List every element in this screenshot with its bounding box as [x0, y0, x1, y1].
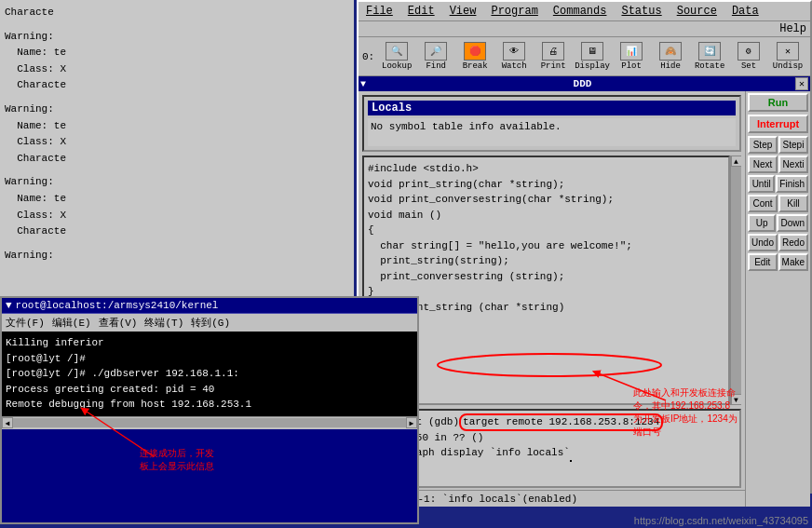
find-icon: 🔎 — [425, 42, 447, 61]
bg-warning-3: Warning: — [5, 174, 349, 191]
bg-warning-3-char: Characte — [5, 223, 349, 240]
code-line-5: { — [368, 223, 724, 238]
print-button[interactable]: 🖨 Print — [535, 40, 572, 73]
ddd-close-button[interactable]: ✕ — [795, 77, 808, 90]
source-scrollbar[interactable]: ▲ ▼ — [730, 156, 741, 405]
locals-content: No symbol table info available. — [368, 118, 736, 146]
bg-line: Characte — [5, 5, 349, 21]
code-line-8: print_conversestring (string); — [368, 269, 724, 285]
ddd-window: File Edit View Program Commands Status S… — [357, 0, 812, 494]
code-line-3: void print_conversestring(char *string); — [368, 192, 724, 208]
terminal-menu-terminal[interactable]: 终端(T) — [144, 316, 183, 330]
stepi-button[interactable]: Stepi — [778, 136, 808, 154]
terminal-line-5: Remote debugging from host 192.168.253.1 — [6, 397, 413, 413]
terminal-window: ▼ root@localhost:/armsys2410/kernel 文件(F… — [0, 296, 419, 524]
terminal-line-2: [root@lyt /]# — [6, 351, 413, 367]
display-button[interactable]: 🖥 Display — [574, 40, 611, 73]
lookup-icon: 🔍 — [386, 42, 408, 61]
code-line-11: { — [368, 315, 724, 331]
lookup-button[interactable]: 🔍 Lookup — [378, 40, 415, 73]
undisp-button[interactable]: ✕ Undisp — [769, 40, 806, 73]
menu-status[interactable]: Status — [617, 4, 665, 19]
locals-panel: Locals No symbol table info available. — [362, 95, 741, 152]
bg-warning-1-name: Name: te — [5, 45, 349, 61]
undo-redo-row: Undo Redo — [748, 234, 808, 251]
up-button[interactable]: Up — [748, 214, 776, 232]
menu-source[interactable]: Source — [673, 4, 721, 19]
scroll-left-button[interactable]: ◀ — [2, 417, 13, 428]
undo-button[interactable]: Undo — [748, 234, 778, 251]
bg-warning-2-name: Name: te — [5, 118, 349, 135]
annotation-connect: 连接成功后，开发 板上会显示此信息 — [140, 447, 214, 473]
code-line-1: #include <stdio.h> — [368, 161, 724, 177]
bg-warning-2-char: Characte — [5, 151, 349, 168]
terminal-menu-edit[interactable]: 编辑(E) — [52, 316, 91, 330]
rotate-label: Rotate — [695, 61, 724, 71]
run-button[interactable]: Run — [748, 93, 808, 112]
bg-warning-4: Warning: — [5, 248, 349, 264]
ddd-arrow-icon: ▼ — [360, 79, 366, 89]
display-icon: 🖥 — [581, 42, 603, 61]
edit-button[interactable]: Edit — [748, 253, 778, 271]
terminal-menu: 文件(F) 编辑(E) 查看(V) 终端(T) 转到(G) — [2, 314, 417, 332]
terminal-hscrollbar[interactable]: ◀ ▶ — [2, 416, 417, 429]
cmd-line-3: (gdb) graph display `info locals` — [367, 446, 737, 462]
redo-button[interactable]: Redo — [778, 234, 808, 251]
step-button[interactable]: Step — [748, 136, 778, 154]
terminal-line-3: [root@lyt /]# ./gdbserver 192.168.1.1: — [6, 366, 413, 382]
rotate-button[interactable]: 🔄 Rotate — [691, 40, 728, 73]
next-button[interactable]: Next — [748, 156, 778, 173]
scroll-up-button[interactable]: ▲ — [731, 156, 742, 167]
terminal-line-4: Process greeting created: pid = 40 — [6, 382, 413, 398]
menu-bar: File Edit View Program Commands Status S… — [359, 2, 810, 21]
hscroll-track[interactable] — [13, 418, 406, 427]
background-panel: Characte Warning: Name: te Class: X Char… — [0, 0, 354, 298]
find-button[interactable]: 🔎 Find — [417, 40, 454, 73]
menu-file[interactable]: File — [362, 4, 397, 19]
bg-warning-2: Warning: — [5, 102, 349, 118]
finish-button[interactable]: Finish — [776, 175, 808, 193]
set-button[interactable]: ⚙ Set — [730, 40, 767, 73]
watch-icon: 👁 — [503, 42, 525, 61]
watch-button[interactable]: 👁 Watch — [495, 40, 533, 73]
code-line-9: } — [368, 284, 724, 300]
menu-data[interactable]: Data — [728, 4, 763, 19]
menu-edit[interactable]: Edit — [404, 4, 439, 19]
set-label: Set — [741, 61, 756, 71]
menu-view[interactable]: View — [446, 4, 480, 19]
break-button[interactable]: 🛑 Break — [456, 40, 494, 73]
nexti-button[interactable]: Nexti — [778, 156, 808, 173]
plot-button[interactable]: 📊 Plot — [613, 40, 650, 73]
lookup-label: Lookup — [382, 61, 412, 71]
terminal-titlebar: ▼ root@localhost:/armsys2410/kernel — [2, 298, 417, 314]
hide-button[interactable]: 🙈 Hide — [652, 40, 689, 73]
toolbar: 0: 🔍 Lookup 🔎 Find 🛑 Break 👁 Watch 🖨 Pri… — [359, 37, 810, 76]
watermark: https://blog.csdn.net/weixin_43734095 — [634, 515, 808, 526]
terminal-line-1: Killing inferior — [6, 335, 413, 351]
code-line-6: char string[] = "hello,you are welcome!"… — [368, 238, 724, 254]
bg-warning-2-class: Class: X — [5, 134, 349, 151]
down-button[interactable]: Down — [777, 214, 808, 232]
until-button[interactable]: Until — [748, 175, 775, 193]
menu-commands[interactable]: Commands — [549, 4, 611, 19]
scroll-track[interactable] — [731, 167, 742, 394]
step-stepi-row: Step Stepi — [748, 136, 808, 154]
terminal-menu-file[interactable]: 文件(F) — [6, 316, 45, 330]
code-line-10: void print_string (char *string) — [368, 300, 724, 316]
code-line-2: void print_string(char *string); — [368, 177, 724, 193]
break-icon: 🛑 — [464, 42, 486, 61]
kill-button[interactable]: Kill — [778, 195, 808, 212]
help-menu-item[interactable]: Help — [779, 22, 806, 35]
menu-program[interactable]: Program — [487, 4, 541, 19]
interrupt-button[interactable]: Interrupt — [748, 115, 808, 133]
plot-icon: 📊 — [620, 42, 643, 61]
hide-icon: 🙈 — [659, 42, 682, 61]
make-button[interactable]: Make — [778, 253, 808, 271]
break-label: Break — [463, 61, 488, 71]
terminal-menu-view[interactable]: 查看(V) — [99, 316, 138, 330]
set-icon: ⚙ — [738, 42, 760, 61]
bg-warning-1-class: Class: X — [5, 61, 349, 78]
cont-button[interactable]: Cont — [748, 195, 778, 212]
terminal-menu-goto[interactable]: 转到(G) — [191, 316, 230, 330]
scroll-right-button[interactable]: ▶ — [406, 417, 417, 428]
